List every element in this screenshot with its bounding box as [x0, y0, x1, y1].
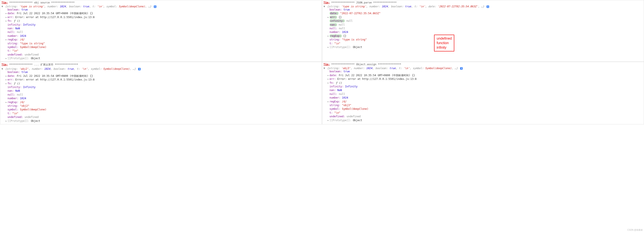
prop-key: string: — [8, 42, 18, 45]
prop-regExp[interactable]: ▸regExp: {} — [328, 34, 642, 38]
prop-value: null — [339, 27, 345, 30]
tip-label: Tip: — [2, 63, 8, 66]
caret-down-icon[interactable]: ▼ — [2, 5, 4, 8]
prop-err[interactable]: ▸err: Error: error at http://127.0.0.1:5… — [328, 77, 642, 81]
object-summary[interactable]: ▼ {string: 'obj3', number: 1024, boolean… — [324, 67, 642, 70]
prop-value: "\n" — [12, 112, 18, 115]
annotation-line: undefined — [437, 36, 452, 41]
prop-key: symbol: — [8, 108, 18, 111]
prop-value: /d/ — [342, 100, 347, 103]
caret-right-icon[interactable]: ▸ — [6, 38, 8, 42]
prop-value: NaN — [337, 89, 342, 92]
prop-infinity: infinity: Infinity — [6, 85, 320, 89]
object-summary[interactable]: ▼ {string: 'type is string', number: 102… — [324, 5, 642, 8]
prop-key: date: — [8, 75, 15, 78]
annotation-line: infinity — [437, 45, 452, 50]
prop-key: fn: — [330, 81, 334, 84]
prop-value: Object — [31, 119, 40, 122]
caret-right-icon[interactable]: ▸ — [328, 119, 330, 122]
prop-key: boolean: — [330, 8, 342, 11]
caret-down-icon[interactable]: ▼ — [324, 5, 326, 8]
prop-err[interactable]: ▸err: Error: error at http://127.0.0.1:5… — [6, 16, 320, 19]
tip-stars-right: *************** — [373, 1, 396, 4]
prop-value: true — [22, 8, 28, 11]
caret-right-icon[interactable]: ▸ — [328, 45, 330, 49]
prop-value: true — [22, 71, 28, 74]
prop-key: date: — [8, 12, 15, 15]
annotation-box: undefined function infinity — [434, 35, 454, 52]
caret-right-icon[interactable]: ▸ — [328, 77, 330, 81]
prop-value: Infinity — [23, 23, 36, 26]
prop-key: number: — [8, 97, 18, 100]
caret-right-icon[interactable]: ▸ — [328, 81, 330, 85]
prop-err[interactable]: ▸err: Error: error at http://127.0.0.1:5… — [6, 78, 320, 82]
prop-key: err: — [8, 78, 14, 81]
prop-nan: nan: null — [328, 23, 642, 27]
prop-key: nan: — [330, 89, 336, 92]
caret-right-icon[interactable]: ▸ — [328, 74, 330, 77]
prop-null: null: null — [328, 27, 642, 30]
info-icon[interactable]: i — [460, 67, 463, 70]
prop-regExp[interactable]: ▸regExp: /d/ — [6, 38, 320, 42]
object-summary[interactable]: ▼ {string: 'type is string', number: 102… — [2, 5, 320, 8]
prop-key: t: — [330, 42, 332, 45]
prop-value: null — [338, 23, 345, 26]
prop-date[interactable]: ▸date: Fri Jul 22 2022 10:35:54 GMT+0800… — [6, 74, 320, 78]
prop-proto[interactable]: ▸[[Prototype]]: Object — [328, 45, 642, 49]
prop-key: [[Prototype]]: — [8, 119, 29, 122]
prop-value: true — [344, 70, 350, 73]
info-icon[interactable]: i — [154, 5, 156, 8]
caret-right-icon[interactable]: ▸ — [6, 82, 8, 85]
prop-value: 1024 — [342, 31, 348, 34]
info-icon[interactable]: i — [486, 5, 489, 8]
caret-right-icon[interactable]: ▸ — [6, 74, 8, 78]
caret-right-icon[interactable]: ▸ — [328, 34, 330, 38]
prop-value: "2022-07-22T02:35:54.863Z" — [340, 12, 380, 15]
prop-value: "\n" — [334, 111, 340, 114]
prop-date: date: "2022-07-22T02:35:54.863Z" — [328, 12, 642, 15]
prop-err[interactable]: ▸err: {} — [328, 16, 642, 19]
prop-fn[interactable]: ▸fn: ƒ () — [328, 81, 642, 85]
prop-value: ƒ () — [336, 81, 342, 84]
prop-key: infinity: — [330, 85, 344, 88]
caret-right-icon[interactable]: ▸ — [328, 100, 330, 104]
prop-t: t: "\n" — [328, 42, 642, 45]
caret-right-icon[interactable]: ▸ — [6, 19, 8, 23]
prop-undefined: undefined: undefined — [6, 53, 320, 57]
prop-fn[interactable]: ▸fn: ƒ () — [6, 82, 320, 85]
prop-value: Infinity — [23, 86, 36, 89]
prop-value: undefined — [346, 115, 360, 118]
prop-regExp[interactable]: ▸regExp: /d/ — [328, 100, 642, 104]
prop-proto[interactable]: ▸[[Prototype]]: Object — [328, 119, 642, 122]
caret-right-icon[interactable]: ▸ — [328, 16, 330, 19]
prop-value: NaN — [15, 27, 20, 30]
prop-date[interactable]: ▸date: Fri Jul 22 2022 10:35:54 GMT+0800… — [328, 74, 642, 77]
prop-value: 1024 — [20, 35, 26, 38]
caret-right-icon[interactable]: ▸ — [6, 119, 8, 123]
caret-right-icon[interactable]: ▸ — [6, 57, 8, 60]
prop-key: undefined: — [8, 116, 23, 119]
prop-value: Symbol(deepClone) — [20, 108, 46, 111]
caret-right-icon[interactable]: ▸ — [6, 78, 8, 82]
annotation-line: function — [437, 41, 452, 45]
prop-regExp[interactable]: ▸regExp: /d/ — [6, 101, 320, 104]
caret-right-icon[interactable]: ▸ — [6, 16, 8, 19]
prop-key: null: — [8, 93, 15, 96]
caret-down-icon[interactable]: ▼ — [324, 67, 326, 70]
caret-right-icon[interactable]: ▸ — [6, 12, 8, 15]
prop-date[interactable]: ▸date: Fri Jul 22 2022 10:35:54 GMT+0800… — [6, 12, 320, 15]
prop-undefined: undefined: undefined — [6, 115, 320, 119]
tip-text: Object.assign — [356, 63, 376, 66]
caret-down-icon[interactable]: ▼ — [2, 67, 4, 70]
info-icon[interactable]: i — [138, 68, 141, 70]
caret-right-icon[interactable]: ▸ — [6, 101, 8, 104]
tip-line: Tip: *************** obj source ********… — [2, 1, 320, 4]
object-summary[interactable]: ▼ {string: 'obj2', number: 1024, boolean… — [2, 67, 320, 70]
prop-key: boolean: — [330, 70, 342, 73]
prop-value: "\n" — [12, 49, 18, 52]
prop-proto[interactable]: ▸[[Prototype]]: Object — [6, 57, 320, 60]
tip-stars-left: *************** — [331, 1, 354, 4]
prop-fn[interactable]: ▸fn: ƒ () — [6, 19, 320, 23]
tip-text: obj source — [34, 1, 50, 4]
prop-proto[interactable]: ▸[[Prototype]]: Object — [6, 119, 320, 123]
